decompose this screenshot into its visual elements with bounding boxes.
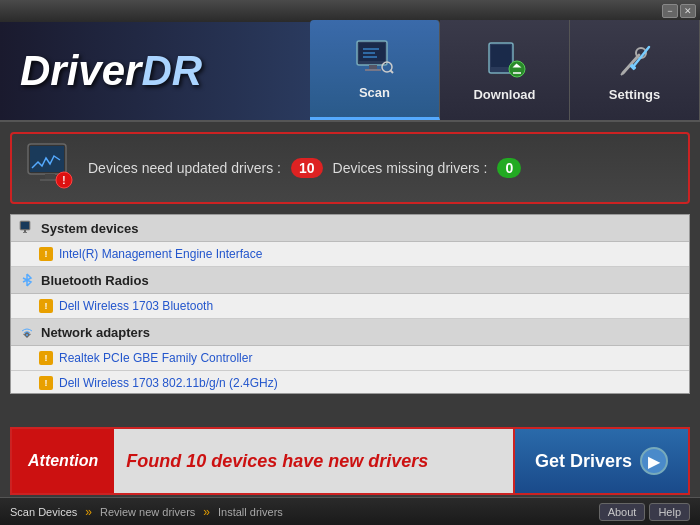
footer-scan-devices[interactable]: Scan Devices: [10, 506, 77, 518]
action-bar: Attention Found 10 devices have new driv…: [10, 427, 690, 495]
get-drivers-button[interactable]: Get Drivers ▶: [513, 427, 690, 495]
device-label: Dell Wireless 1703 802.11b/g/n (2.4GHz): [59, 376, 278, 390]
svg-rect-1: [359, 43, 385, 61]
device-label: Intel(R) Management Engine Interface: [59, 247, 262, 261]
svg-line-8: [390, 71, 393, 74]
header: DriverDR: [0, 22, 700, 122]
tab-download-label: Download: [473, 87, 535, 102]
warning-icon: !: [39, 299, 53, 313]
logo-suffix: DR: [141, 47, 202, 94]
svg-rect-21: [45, 174, 55, 179]
network-category-label: Network adapters: [41, 325, 150, 340]
category-network: Network adapters: [11, 319, 689, 346]
footer-nav: Scan Devices » Review new drivers » Inst…: [10, 505, 283, 519]
status-monitor-icon: !: [24, 142, 76, 194]
scan-icon: [353, 37, 397, 81]
nav-tabs: Scan Download: [310, 22, 700, 120]
warning-icon: !: [39, 351, 53, 365]
status-text: Devices need updated drivers : 10 Device…: [88, 158, 525, 178]
arrow-icon: ▶: [640, 447, 668, 475]
title-bar: − ✕: [0, 0, 700, 22]
bluetooth-category-label: Bluetooth Radios: [41, 273, 149, 288]
attention-label: Attention: [12, 429, 114, 493]
tab-scan[interactable]: Scan: [310, 20, 440, 120]
logo-area: DriverDR: [0, 22, 310, 120]
svg-rect-2: [369, 65, 377, 69]
svg-line-16: [621, 71, 625, 75]
svg-text:!: !: [62, 175, 65, 186]
system-cat-icon: [19, 220, 35, 236]
bluetooth-cat-icon: [19, 272, 35, 288]
status-banner: ! Devices need updated drivers : 10 Devi…: [10, 132, 690, 204]
svg-rect-3: [365, 69, 381, 71]
app-logo: DriverDR: [20, 47, 202, 95]
updated-count-badge: 10: [291, 158, 323, 178]
tab-scan-label: Scan: [359, 85, 390, 100]
attention-panel: Attention Found 10 devices have new driv…: [10, 427, 513, 495]
main-area: DriverDR: [0, 22, 700, 525]
footer-review-drivers[interactable]: Review new drivers: [100, 506, 195, 518]
device-item[interactable]: ! Intel(R) Management Engine Interface: [11, 242, 689, 267]
attention-message: Found 10 devices have new drivers: [114, 429, 513, 493]
svg-rect-27: [24, 230, 26, 232]
missing-count-badge: 0: [497, 158, 521, 178]
category-bluetooth: Bluetooth Radios: [11, 267, 689, 294]
logo-prefix: Driver: [20, 47, 141, 94]
footer: Scan Devices » Review new drivers » Inst…: [0, 497, 700, 525]
warning-icon: !: [39, 376, 53, 390]
device-label: Dell Wireless 1703 Bluetooth: [59, 299, 213, 313]
warning-icon: !: [39, 247, 53, 261]
settings-icon: [613, 39, 657, 83]
status-middle: Devices missing drivers :: [333, 160, 488, 176]
network-cat-icon: [19, 324, 35, 340]
help-button[interactable]: Help: [649, 503, 690, 521]
device-list[interactable]: System devices ! Intel(R) Management Eng…: [10, 214, 690, 394]
tab-settings[interactable]: Settings: [570, 20, 700, 120]
device-item[interactable]: ! Dell Wireless 1703 802.11b/g/n (2.4GHz…: [11, 371, 689, 394]
device-item[interactable]: ! Dell Wireless 1703 Bluetooth: [11, 294, 689, 319]
footer-sep-1: »: [85, 505, 92, 519]
category-system: System devices: [11, 215, 689, 242]
status-prefix: Devices need updated drivers :: [88, 160, 281, 176]
minimize-button[interactable]: −: [662, 4, 678, 18]
svg-rect-26: [21, 222, 29, 229]
about-button[interactable]: About: [599, 503, 646, 521]
get-drivers-label: Get Drivers: [535, 451, 632, 472]
device-item[interactable]: ! Realtek PCIe GBE Family Controller: [11, 346, 689, 371]
tab-settings-label: Settings: [609, 87, 660, 102]
close-button[interactable]: ✕: [680, 4, 696, 18]
download-icon: [483, 39, 527, 83]
svg-point-29: [26, 334, 28, 336]
footer-sep-2: »: [203, 505, 210, 519]
footer-install-drivers[interactable]: Install drivers: [218, 506, 283, 518]
svg-rect-10: [491, 45, 511, 67]
footer-right: About Help: [599, 503, 690, 521]
tab-download[interactable]: Download: [440, 20, 570, 120]
system-category-label: System devices: [41, 221, 139, 236]
svg-rect-28: [23, 232, 27, 233]
device-label: Realtek PCIe GBE Family Controller: [59, 351, 252, 365]
svg-point-11: [509, 61, 525, 77]
